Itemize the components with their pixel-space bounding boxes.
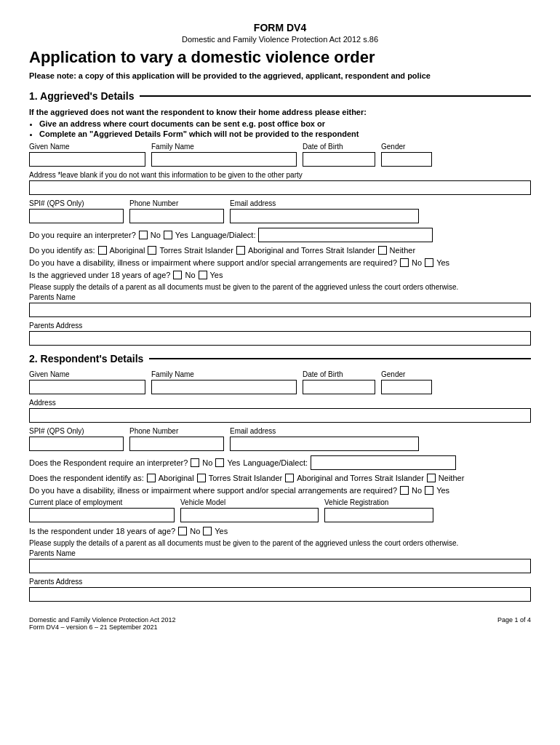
- email-label: Email address: [230, 199, 419, 207]
- r-phone-group: Phone Number: [129, 427, 224, 451]
- atsi-checkbox[interactable]: [236, 246, 245, 255]
- r-parents-name-row: Parents Name: [29, 549, 531, 573]
- r-parents-address-row: Parents Address: [29, 578, 531, 602]
- dialect-label: Language/Dialect:: [191, 231, 256, 239]
- interpreter-row: Do you require an interpreter? No Yes La…: [29, 228, 531, 242]
- gender-label: Gender: [381, 143, 432, 151]
- email-input[interactable]: [230, 209, 419, 223]
- atsi-label: Aboriginal and Torres Strait Islander: [248, 246, 375, 255]
- address-input[interactable]: [29, 180, 531, 195]
- r-under18-no-label: No: [190, 527, 200, 535]
- r-given-name-input[interactable]: [29, 380, 145, 394]
- r-interpreter-no-checkbox[interactable]: [191, 458, 199, 467]
- disability-no-label: No: [412, 258, 422, 267]
- r-family-name-input[interactable]: [151, 380, 297, 394]
- dob-label: Date of Birth: [303, 143, 375, 151]
- r-under18-label: Is the respondent under 18 years of age?: [29, 527, 175, 535]
- r-dialect-input[interactable]: [311, 455, 456, 470]
- tsi-label: Torres Strait Islander: [159, 246, 233, 255]
- given-name-input[interactable]: [29, 152, 145, 167]
- section1-name-row: Given Name Family Name Date of Birth Gen…: [29, 143, 531, 167]
- vehicle-model-label: Vehicle Model: [180, 498, 319, 506]
- address-label: Address *leave blank if you do not want …: [29, 171, 531, 179]
- r-disability-yes-checkbox[interactable]: [425, 486, 433, 495]
- bullet-1: Give an address where court documents ca…: [39, 119, 531, 128]
- gender-input[interactable]: [381, 152, 432, 167]
- r-dialect-label: Language/Dialect:: [243, 458, 308, 467]
- family-name-label: Family Name: [151, 143, 297, 151]
- employment-group: Current place of employment: [29, 498, 175, 522]
- r-address-row: Address: [29, 399, 531, 423]
- under18-label: Is the aggrieved under 18 years of age?: [29, 271, 170, 279]
- r-interpreter-yes-label: Yes: [227, 458, 240, 467]
- r-aboriginal-checkbox[interactable]: [147, 474, 156, 482]
- dialect-input[interactable]: [258, 228, 433, 242]
- r-atsi-checkbox[interactable]: [285, 474, 294, 482]
- r-interpreter-yes-checkbox[interactable]: [215, 458, 224, 467]
- r-parents-name-input[interactable]: [29, 559, 531, 573]
- parents-address-row: Parents Address: [29, 322, 531, 346]
- interpreter-no-checkbox[interactable]: [139, 231, 148, 239]
- r-family-name-group: Family Name: [151, 370, 297, 394]
- spi-input[interactable]: [29, 209, 124, 223]
- section1-bullets: Give an address where court documents ca…: [39, 119, 531, 138]
- phone-input[interactable]: [129, 209, 224, 223]
- r-parents-name-label: Parents Name: [29, 549, 531, 557]
- r-disability-no-checkbox[interactable]: [400, 486, 409, 495]
- r-under18-notice: Please supply the details of a parent as…: [29, 539, 531, 547]
- disability-no-checkbox[interactable]: [400, 258, 409, 267]
- parents-address-label: Parents Address: [29, 322, 531, 330]
- r-interpreter-no-label: No: [202, 458, 212, 467]
- spi-label: SPI# (QPS Only): [29, 199, 124, 207]
- under18-yes-checkbox[interactable]: [199, 271, 207, 279]
- under18-row: Is the aggrieved under 18 years of age? …: [29, 271, 531, 279]
- r-spi-label: SPI# (QPS Only): [29, 427, 124, 435]
- r-under18-yes-checkbox[interactable]: [203, 527, 212, 535]
- r-email-label: Email address: [230, 427, 419, 435]
- r-dob-input[interactable]: [303, 380, 375, 394]
- aboriginal-checkbox[interactable]: [98, 246, 107, 255]
- r-email-input[interactable]: [230, 437, 419, 451]
- r-phone-input[interactable]: [129, 437, 224, 451]
- tsi-checkbox[interactable]: [148, 246, 156, 255]
- r-identify-label: Does the respondent identify as:: [29, 474, 144, 482]
- disability-label: Do you have a disability, illness or imp…: [29, 258, 397, 267]
- phone-group: Phone Number: [129, 199, 224, 223]
- r-tsi-checkbox[interactable]: [197, 474, 206, 482]
- vehicle-model-group: Vehicle Model: [180, 498, 319, 522]
- r-tsi-label: Torres Strait Islander: [209, 474, 282, 482]
- r-under18-row: Is the respondent under 18 years of age?…: [29, 527, 531, 535]
- footer-left: Domestic and Family Violence Protection …: [29, 616, 175, 631]
- footer-line1: Domestic and Family Violence Protection …: [29, 616, 175, 624]
- parents-address-input[interactable]: [29, 331, 531, 346]
- r-address-input[interactable]: [29, 408, 531, 423]
- parents-name-label: Parents Name: [29, 293, 531, 301]
- interpreter-yes-checkbox[interactable]: [164, 231, 172, 239]
- spi-group: SPI# (QPS Only): [29, 199, 124, 223]
- r-neither-checkbox[interactable]: [427, 474, 436, 482]
- r-disability-row: Do you have a disability, illness or imp…: [29, 486, 531, 495]
- r-parents-address-input[interactable]: [29, 587, 531, 602]
- family-name-input[interactable]: [151, 152, 297, 167]
- under18-no-checkbox[interactable]: [173, 271, 182, 279]
- r-under18-no-checkbox[interactable]: [178, 527, 187, 535]
- r-parents-address-label: Parents Address: [29, 578, 531, 586]
- r-aboriginal-label: Aboriginal: [159, 474, 194, 482]
- neither-label: Neither: [390, 246, 415, 255]
- disability-row: Do you have a disability, illness or imp…: [29, 258, 531, 267]
- neither-checkbox[interactable]: [378, 246, 387, 255]
- disability-yes-label: Yes: [436, 258, 449, 267]
- vehicle-model-input[interactable]: [180, 508, 319, 522]
- r-gender-input[interactable]: [381, 380, 432, 394]
- vehicle-reg-input[interactable]: [324, 508, 433, 522]
- section2-header: 2. Respondent's Details: [29, 353, 531, 364]
- bullet-2: Complete an "Aggrieved Details Form" whi…: [39, 130, 531, 138]
- disability-yes-checkbox[interactable]: [425, 258, 433, 267]
- employment-input[interactable]: [29, 508, 175, 522]
- r-email-group: Email address: [230, 427, 419, 451]
- r-phone-label: Phone Number: [129, 427, 224, 435]
- identify-label: Do you identify as:: [29, 246, 95, 255]
- dob-input[interactable]: [303, 152, 375, 167]
- parents-name-input[interactable]: [29, 303, 531, 317]
- r-spi-input[interactable]: [29, 437, 124, 451]
